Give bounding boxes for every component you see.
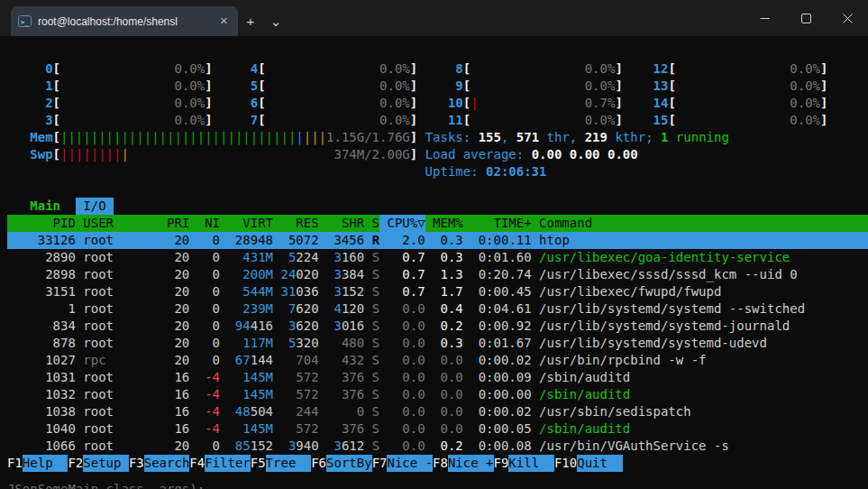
cell-state: S [364, 283, 379, 300]
fnlabel-search[interactable]: Search [144, 455, 190, 472]
fnkey-f6[interactable]: F6 [311, 455, 326, 472]
cell-pid: 1031 [7, 369, 76, 386]
minimize-icon [760, 14, 770, 23]
function-key-bar[interactable]: F1Help F2Setup F3SearchF4FilterF5Tree F6… [7, 455, 868, 472]
cell-res: 31 [273, 283, 296, 300]
cell-command: htop [532, 232, 858, 249]
process-row[interactable]: 878 root 20 0 117M 5320 480 S 0.0 0.3 0:… [7, 335, 868, 352]
tab-dropdown-icon[interactable]: ⌄ [263, 6, 288, 36]
cpu-meter-value: 0.0% [266, 112, 410, 129]
cell-pri: 16 [160, 420, 190, 438]
fnkey-f10[interactable]: F10 [554, 455, 577, 472]
column-header-res[interactable]: RES [273, 215, 319, 232]
column-header-pri[interactable]: PRI [160, 215, 190, 232]
cell-ni: 0 [189, 318, 220, 335]
cell-virt: 67 [220, 352, 251, 369]
process-table-header[interactable]: PID USER PRI NI VIRT RES SHR S CPU%▽ MEM… [7, 215, 868, 232]
close-button[interactable] [827, 0, 868, 36]
cell-cpu: 0.7 [379, 249, 425, 266]
cell-pid: 1 [7, 300, 76, 318]
column-header-pid[interactable]: PID [7, 215, 76, 232]
fnlabel-help[interactable]: Help [23, 455, 69, 472]
meter-bracket: ] [615, 78, 622, 95]
cpu-meter-label: 1 [7, 78, 53, 95]
cell-pid: 1032 [7, 386, 76, 403]
fnlabel-nice-[interactable]: Nice - [387, 455, 433, 472]
tasks-summary: running [668, 129, 728, 146]
process-row[interactable]: 834 root 20 0 94416 3620 3016 S 0.0 0.2 … [7, 318, 868, 335]
meter-bar: | [296, 129, 303, 146]
cell-virt: 117M [220, 335, 273, 352]
process-row[interactable]: 33126 root 20 0 28948 5072 3456 R 2.0 0.… [7, 232, 868, 249]
meter-bracket: [ [463, 60, 471, 78]
cell-command: /usr/lib/systemd/systemd-journald [532, 318, 858, 335]
cell-mem: 0.3 [425, 335, 463, 352]
process-row[interactable]: 1 root 20 0 239M 7620 4120 S 0.0 0.4 0:0… [7, 300, 868, 318]
tab-close-icon[interactable]: ✕ [217, 15, 231, 27]
fnkey-f5[interactable]: F5 [251, 455, 266, 472]
process-row[interactable]: 1038 root 16 -4 48504 244 0 S 0.0 0.0 0:… [7, 403, 868, 420]
terminal[interactable]: 0[ 0.0%] 4[ 0.0%] 8[ 0.0%] 12[ 0.0%] 1[ … [0, 36, 868, 489]
column-header-cpu[interactable]: CPU%▽ [379, 215, 425, 232]
tasks-summary: 155 [479, 129, 501, 146]
cell-cpu: 0.0 [379, 352, 425, 369]
column-header-s[interactable]: S [364, 215, 379, 232]
cpu-meter-value: 0.7% [479, 95, 616, 112]
cell-ni: 0 [189, 352, 220, 369]
fnkey-f3[interactable]: F3 [129, 455, 144, 472]
cell-virt: 94 [220, 318, 251, 335]
column-header-cmd[interactable]: Command [532, 215, 858, 232]
tasks-summary: 219 [585, 129, 608, 146]
fnlabel-tree[interactable]: Tree [266, 455, 312, 472]
fnlabel-nice-[interactable]: Nice + [448, 455, 494, 472]
process-row[interactable]: 1040 root 16 -4 145M 572 376 S 0.0 0.0 0… [7, 420, 868, 438]
process-row[interactable]: 3151 root 20 0 544M 31036 3152 S 0.7 1.7… [7, 283, 868, 300]
cell-res: 704 [273, 352, 319, 369]
column-header-virt[interactable]: VIRT [220, 215, 273, 232]
process-row[interactable]: 2890 root 20 0 431M 5224 3160 S 0.7 0.3 … [7, 249, 868, 266]
cpu-meter-value: 0.0% [60, 95, 205, 112]
process-row[interactable]: 1032 root 16 -4 145M 572 376 S 0.0 0.0 0… [7, 386, 868, 403]
process-row[interactable]: 1031 root 16 -4 145M 572 376 S 0.0 0.0 0… [7, 369, 868, 386]
column-header-shr[interactable]: SHR [319, 215, 365, 232]
cell-state: S [364, 249, 379, 266]
cell-ni: -4 [189, 369, 220, 386]
fnkey-f7[interactable]: F7 [372, 455, 388, 472]
minimize-button[interactable] [744, 0, 785, 36]
cell-time: 0:20.74 [463, 266, 532, 283]
fnkey-f8[interactable]: F8 [433, 455, 448, 472]
process-row[interactable]: 2898 root 20 0 200M 24020 3384 S 0.7 1.3… [7, 266, 868, 283]
fnkey-f9[interactable]: F9 [494, 455, 509, 472]
fnlabel-quit[interactable]: Quit [577, 455, 623, 472]
cell-cpu: 0.0 [379, 403, 425, 420]
fnkey-f4[interactable]: F4 [189, 455, 205, 472]
fnkey-f2[interactable]: F2 [68, 455, 83, 472]
fnlabel-filter[interactable]: Filter [205, 455, 251, 472]
cpu-meter-value: 0.0% [60, 78, 205, 95]
cell-pid: 1027 [7, 352, 76, 369]
fnlabel-sortby[interactable]: SortBy [326, 455, 372, 472]
fnkey-f1[interactable]: F1 [7, 455, 23, 472]
column-header-time[interactable]: TIME+ [463, 215, 532, 232]
fnlabel-kill[interactable]: Kill [508, 455, 554, 472]
process-row[interactable]: 1066 root 20 0 85152 3940 3612 S 0.0 0.2… [7, 438, 868, 455]
meter-bracket: [ [258, 112, 265, 129]
cell-pri: 20 [160, 438, 190, 455]
maximize-button[interactable] [785, 0, 827, 36]
screen-tab-io[interactable]: I/O [76, 198, 114, 215]
column-header-user[interactable]: USER [76, 215, 160, 232]
column-header-ni[interactable]: NI [189, 215, 220, 232]
uptime: Uptime: [425, 163, 486, 180]
new-tab-button[interactable]: + [238, 6, 263, 36]
terminal-tab[interactable]: >_ root@localhost:/home/shensl ✕ [11, 6, 238, 36]
meter-bracket: [ [463, 95, 471, 112]
fnlabel-setup[interactable]: Setup [83, 455, 129, 472]
cell-shr: 152 [342, 283, 364, 300]
mem-meter-value: 1.15G/1.76G [326, 129, 410, 146]
column-header-mem[interactable]: MEM% [425, 215, 463, 232]
process-row[interactable]: 1027 rpc 20 0 67144 704 432 S 0.0 0.0 0:… [7, 352, 868, 369]
screen-tabs[interactable]: Main I/O [7, 198, 868, 215]
cell-mem: 1.3 [425, 266, 463, 283]
cell-ni: 0 [189, 232, 220, 249]
screen-tab-main[interactable]: Main [30, 198, 60, 215]
